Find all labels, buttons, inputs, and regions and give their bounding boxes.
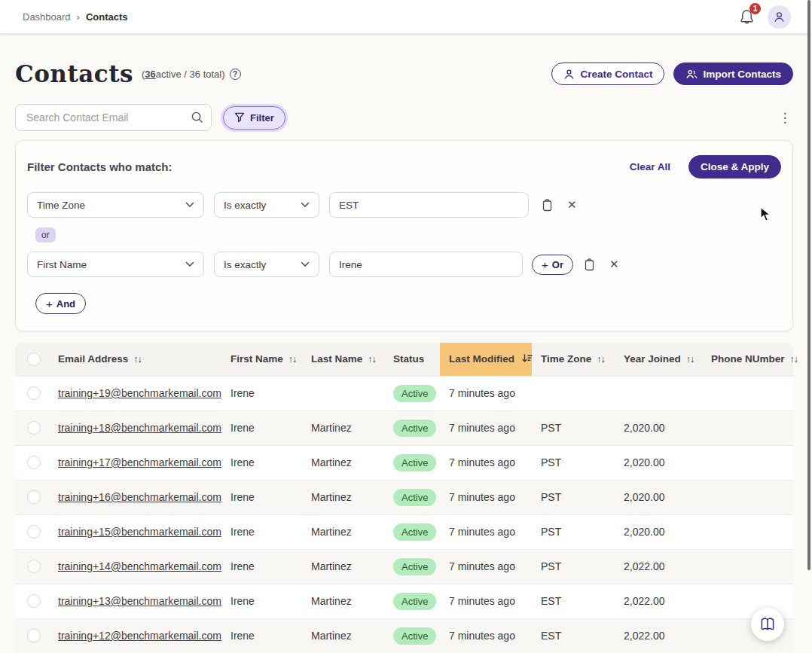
row-checkbox[interactable] [27, 525, 41, 539]
row-checkbox[interactable] [27, 456, 41, 469]
notifications-button[interactable]: 1 [739, 8, 756, 25]
status-badge: Active [393, 558, 436, 575]
user-avatar[interactable] [768, 5, 791, 29]
and-button-label: And [56, 298, 75, 310]
column-header-phone-number[interactable]: Phone NUmber↑↓ [702, 343, 793, 376]
remove-condition-button[interactable]: ✕ [609, 258, 619, 271]
year-joined-cell: 2,020.00 [624, 422, 665, 434]
create-contact-button[interactable]: Create Contact [551, 63, 664, 85]
notification-badge: 1 [749, 3, 761, 14]
field-select-2[interactable]: First Name [27, 252, 204, 277]
row-checkbox[interactable] [27, 421, 41, 435]
table-row: training+17@benchmarkemail.com Irene Mar… [15, 445, 793, 480]
last-name-cell: Martinez [311, 630, 352, 642]
duplicate-condition-button[interactable] [585, 258, 596, 271]
field-select-1-value: Time Zone [37, 200, 85, 211]
count-rest: active / 36 total) [156, 69, 225, 80]
column-header-year-joined[interactable]: Year Joined↑↓ [615, 343, 702, 376]
column-header-status[interactable]: Status [384, 343, 440, 376]
help-question-icon[interactable]: ? [230, 69, 241, 80]
add-or-condition-button[interactable]: + Or [532, 255, 573, 275]
close-apply-label: Close & Apply [701, 161, 769, 172]
sort-descending-icon [522, 354, 533, 363]
last-name-cell: Martinez [311, 560, 352, 572]
status-badge: Active [393, 523, 436, 541]
row-checkbox[interactable] [27, 629, 41, 642]
help-widget-button[interactable] [751, 608, 784, 641]
filter-button[interactable]: Filter [223, 106, 285, 130]
table-row: training+14@benchmarkemail.com Irene Mar… [15, 549, 793, 584]
time-zone-cell: PST [541, 422, 561, 434]
topbar: Dashboard › Contacts 1 [0, 0, 812, 33]
last-modified-cell: 7 minutes ago [449, 630, 515, 642]
column-header-email[interactable]: Email Address↑↓ [49, 343, 221, 376]
create-contact-label: Create Contact [580, 69, 652, 80]
value-input-2[interactable] [329, 252, 523, 277]
status-badge: Active [393, 627, 436, 645]
year-joined-cell: 2,022.00 [624, 630, 665, 642]
last-modified-cell: 7 minutes ago [449, 491, 515, 503]
last-modified-cell: 7 minutes ago [449, 526, 515, 538]
table-row: training+15@benchmarkemail.com Irene Mar… [15, 514, 793, 549]
column-header-first-name[interactable]: First Name↑↓ [221, 343, 302, 376]
copy-icon [542, 199, 554, 212]
row-checkbox[interactable] [27, 490, 41, 504]
value-input-1[interactable] [329, 192, 529, 218]
last-modified-cell: 7 minutes ago [449, 456, 515, 468]
operator-select-2-value: Is exactly [224, 259, 266, 270]
close-icon: ✕ [567, 198, 577, 212]
contact-email-link[interactable]: training+16@benchmarkemail.com [58, 491, 221, 503]
user-icon [773, 11, 786, 23]
contact-email-link[interactable]: training+14@benchmarkemail.com [58, 560, 221, 572]
breadcrumb: Dashboard › Contacts [23, 11, 128, 23]
sort-icon: ↑↓ [368, 354, 376, 365]
add-and-condition-button[interactable]: + And [35, 293, 86, 314]
table-row: training+12@benchmarkemail.com Irene Mar… [15, 618, 793, 653]
last-name-cell: Martinez [311, 456, 352, 468]
sort-icon: ↑↓ [597, 354, 605, 365]
row-checkbox[interactable] [27, 594, 41, 608]
more-options-button[interactable]: ⋮ [777, 110, 793, 126]
status-badge: Active [393, 489, 436, 506]
first-name-cell: Irene [230, 491, 255, 503]
last-name-cell: Martinez [311, 595, 352, 607]
contact-email-link[interactable]: training+12@benchmarkemail.com [58, 630, 221, 642]
operator-select-2[interactable]: Is exactly [214, 252, 319, 277]
table-row: training+13@benchmarkemail.com Irene Mar… [15, 584, 793, 618]
search-input[interactable] [15, 104, 212, 131]
field-select-1[interactable]: Time Zone [27, 192, 204, 218]
clear-all-button[interactable]: Clear All [630, 161, 670, 172]
plus-icon: + [542, 258, 548, 271]
contact-email-link[interactable]: training+19@benchmarkemail.com [58, 387, 221, 399]
import-contacts-button[interactable]: Import Contacts [673, 63, 793, 85]
select-all-header[interactable] [15, 343, 49, 376]
contact-email-link[interactable]: training+15@benchmarkemail.com [58, 526, 221, 538]
close-apply-button[interactable]: Close & Apply [688, 155, 781, 179]
breadcrumb-dashboard[interactable]: Dashboard [23, 11, 71, 23]
funnel-icon [234, 112, 245, 123]
operator-select-1[interactable]: Is exactly [214, 192, 319, 218]
first-name-cell: Irene [230, 595, 255, 607]
vertical-scrollbar[interactable] [807, 0, 810, 570]
select-all-checkbox[interactable] [27, 352, 41, 366]
first-name-cell: Irene [230, 456, 255, 468]
column-header-time-zone[interactable]: Time Zone↑↓ [532, 343, 615, 376]
status-badge: Active [393, 593, 436, 610]
last-modified-cell: 7 minutes ago [449, 387, 515, 399]
column-header-last-modified[interactable]: Last Modified [440, 343, 532, 376]
duplicate-condition-button[interactable] [542, 199, 554, 212]
remove-condition-button[interactable]: ✕ [567, 198, 577, 212]
time-zone-cell: PST [541, 456, 561, 468]
page-title: Contacts [15, 60, 133, 87]
column-header-last-name[interactable]: Last Name↑↓ [302, 343, 384, 376]
year-joined-cell: 2,022.00 [624, 560, 665, 572]
contact-email-link[interactable]: training+18@benchmarkemail.com [58, 422, 221, 434]
contact-email-link[interactable]: training+13@benchmarkemail.com [58, 595, 221, 607]
row-checkbox[interactable] [27, 386, 41, 400]
contacts-table-body: training+19@benchmarkemail.com Irene Act… [15, 376, 793, 653]
year-joined-cell: 2,020.00 [624, 491, 665, 503]
last-modified-cell: 7 minutes ago [449, 560, 515, 572]
row-checkbox[interactable] [27, 560, 41, 573]
contact-email-link[interactable]: training+17@benchmarkemail.com [58, 456, 221, 468]
person-icon [563, 69, 575, 80]
